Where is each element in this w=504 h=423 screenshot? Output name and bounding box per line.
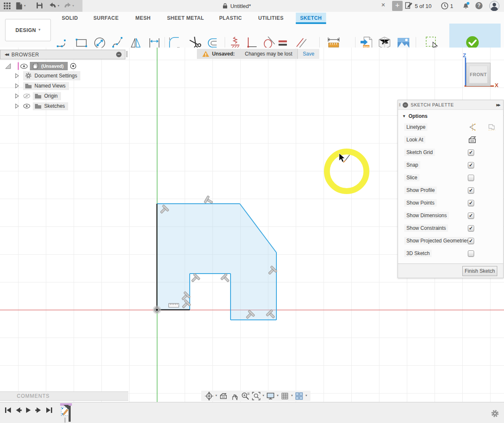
snap-checkbox[interactable]: ✓: [468, 162, 474, 168]
expand-arrow-icon[interactable]: [15, 93, 19, 98]
palette-row-snap: Snap✓: [398, 159, 503, 171]
browser-item-named-views[interactable]: Named Views: [15, 81, 69, 90]
palette-options-section[interactable]: ▼ Options: [398, 110, 503, 121]
bell-icon[interactable]: [462, 2, 470, 10]
browser-header[interactable]: ◀◀ BROWSER −: [0, 50, 125, 59]
projected-linetype-icon[interactable]: [487, 123, 496, 131]
expand-arrow-icon[interactable]: [15, 83, 19, 88]
ribbon-tab-mesh[interactable]: MESH: [131, 13, 155, 23]
visibility-eye-icon[interactable]: [20, 64, 28, 69]
orbit-caret-icon[interactable]: ▾: [215, 394, 217, 397]
expand-triangle-icon[interactable]: [5, 63, 11, 69]
expand-arrow-icon[interactable]: [15, 73, 19, 78]
document-tab[interactable]: Untitled* ×: [82, 0, 391, 12]
eye-icon[interactable]: [23, 104, 30, 109]
expand-arrow-icon[interactable]: [15, 104, 19, 109]
zoom-icon[interactable]: [241, 391, 250, 401]
palette-expand-icon[interactable]: ▶▶: [496, 103, 500, 107]
fit-caret-icon[interactable]: ▾: [263, 394, 264, 397]
palette-label: Show Dimensions: [404, 212, 449, 219]
slice-checkbox[interactable]: [468, 175, 474, 181]
show-dimensions-checkbox[interactable]: ✓: [468, 213, 474, 219]
grid-caret-icon[interactable]: ▾: [291, 394, 293, 397]
browser-item-sketches[interactable]: Sketches: [15, 101, 68, 111]
display-caret-icon[interactable]: ▾: [277, 394, 279, 397]
viewcube[interactable]: FRONT: [466, 63, 491, 86]
save-icon[interactable]: [36, 2, 43, 9]
browser-collapse-icon[interactable]: ◀◀: [5, 53, 8, 56]
timeline-position-marker[interactable]: [69, 406, 71, 422]
help-icon[interactable]: ?: [475, 2, 483, 9]
undo-caret-icon[interactable]: ▾: [58, 4, 59, 8]
file-caret-icon[interactable]: ▾: [24, 4, 26, 8]
grid-settings-icon[interactable]: [280, 391, 289, 401]
settings-gear-icon[interactable]: [491, 409, 499, 418]
folder-icon: [34, 93, 42, 99]
browser-item-document-settings[interactable]: Document Settings: [15, 71, 80, 80]
palette-row-show-constraints: Show Constraints✓: [398, 222, 503, 234]
palette-rows: LinetypeLook AtSketch Grid✓Snap✓SliceSho…: [398, 121, 503, 260]
palette-label: Sketch Grid: [404, 149, 435, 156]
show-points-checkbox[interactable]: ✓: [468, 200, 474, 206]
viewcube-front-face[interactable]: FRONT: [469, 66, 488, 83]
ribbon-tab-solid[interactable]: SOLID: [58, 13, 82, 23]
skip-to-start-icon[interactable]: [4, 407, 11, 414]
ribbon-tab-utilities[interactable]: UTILITIES: [254, 13, 288, 23]
ribbon-toolbar: DESIGN ▾ SOLIDSURFACEMESHSHEET METALPLAS…: [0, 12, 504, 48]
clock-count: 1: [450, 3, 453, 9]
doc-version-count: 5 of 10: [415, 3, 432, 9]
doc-version-icon[interactable]: [405, 2, 413, 10]
avatar[interactable]: [489, 1, 499, 11]
finish-sketch-button[interactable]: Finish Sketch: [462, 266, 497, 276]
browser-item-origin[interactable]: Origin: [15, 91, 61, 101]
construction-linetype-icon[interactable]: [468, 123, 477, 131]
viewports-icon[interactable]: [294, 391, 304, 401]
sketch-grid-checkbox[interactable]: ✓: [468, 149, 474, 156]
browser-minimize-icon[interactable]: −: [116, 52, 122, 57]
viewports-caret-icon[interactable]: ▾: [305, 394, 307, 397]
activate-radio-icon[interactable]: [70, 63, 77, 69]
play-icon[interactable]: [25, 407, 32, 414]
browser-root-row[interactable]: (Unsaved): [5, 61, 77, 71]
palette-row-3d-sketch: 3D Sketch: [398, 247, 503, 260]
ribbon-tab-sheet-metal[interactable]: SHEET METAL: [163, 13, 208, 23]
palette-minimize-icon[interactable]: −: [403, 102, 408, 108]
file-icon[interactable]: [16, 2, 22, 10]
design-workspace-button[interactable]: DESIGN ▾: [5, 19, 51, 41]
close-tab-icon[interactable]: ×: [379, 1, 387, 9]
ribbon-tab-surface[interactable]: SURFACE: [89, 13, 123, 23]
look-at-plane-icon[interactable]: [468, 136, 477, 144]
comments-bar[interactable]: COMMENTS: [0, 391, 128, 401]
redo-icon[interactable]: [64, 2, 72, 9]
fit-icon[interactable]: [252, 391, 261, 401]
show-projected-geometries-checkbox[interactable]: ✓: [468, 238, 474, 244]
orbit-icon[interactable]: [204, 391, 214, 401]
display-settings-icon[interactable]: [266, 391, 275, 401]
redo-caret-icon[interactable]: ▾: [72, 4, 74, 8]
timeline-position-marker-flag[interactable]: [64, 405, 69, 410]
pan-icon[interactable]: [230, 391, 239, 401]
new-tab-button[interactable]: +: [392, 1, 403, 11]
ribbon-tab-plastic[interactable]: PLASTIC: [215, 13, 246, 23]
palette-label: Slice: [404, 174, 419, 181]
skip-to-end-icon[interactable]: [45, 407, 53, 414]
palette-label: Show Projected Geometries: [404, 237, 471, 245]
3d-sketch-checkbox[interactable]: [468, 250, 474, 257]
folder-icon: [34, 103, 42, 109]
show-profile-checkbox[interactable]: ✓: [468, 187, 474, 194]
look-at-icon[interactable]: [219, 391, 228, 401]
navigation-bar: ▾ ▾ ▾ ▾: [201, 391, 310, 401]
palette-row-show-points: Show Points✓: [398, 197, 503, 209]
browser-resize-grip[interactable]: [126, 51, 127, 57]
clock-icon[interactable]: [441, 2, 448, 10]
sketch-palette-header[interactable]: ‖ − SKETCH PALETTE ▶▶: [398, 100, 503, 110]
save-button[interactable]: Save: [297, 49, 319, 59]
show-constraints-checkbox[interactable]: ✓: [468, 225, 474, 231]
undo-icon[interactable]: [49, 2, 56, 9]
step-forward-icon[interactable]: [35, 407, 42, 414]
ribbon-tab-sketch[interactable]: SKETCH: [296, 13, 326, 24]
eye-slash-icon[interactable]: [23, 93, 30, 98]
app-grid-icon[interactable]: [3, 2, 11, 10]
root-doc-chip[interactable]: (Unsaved): [30, 62, 68, 70]
step-back-icon[interactable]: [15, 407, 22, 414]
